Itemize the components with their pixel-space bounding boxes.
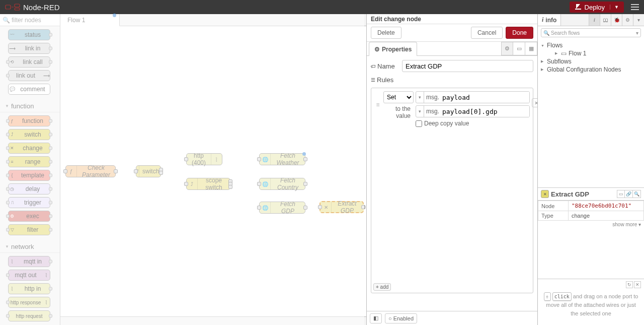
deploy-icon: [575, 4, 582, 10]
help-tip-panel: ↻ ✕ ⇧ click and drag on a node port to m…: [538, 279, 644, 325]
palette-node-http-response[interactable]: http response⦚: [8, 297, 50, 308]
info-sidebar: i info i 🕮 🐞 ⚙ ▾ 🔍 Search flows ▾ ▼Flows…: [537, 14, 644, 325]
change-node-icon: ✕: [541, 190, 549, 198]
node-description-icon[interactable]: ▦: [525, 42, 537, 55]
name-input[interactable]: [402, 60, 533, 72]
flow-icon: ▭: [561, 50, 567, 57]
rule-op-select[interactable]: Set: [383, 91, 414, 103]
toggle-enabled-icon-button[interactable]: ◧: [370, 313, 382, 323]
flow-node-scope-switch[interactable]: ⤴scope switch: [186, 178, 230, 190]
nodered-logo-icon: [5, 4, 20, 11]
node-settings-icon[interactable]: ⚙: [501, 42, 513, 55]
flow-node-fetch-weather[interactable]: 🌐Fetch Weather: [259, 153, 305, 165]
app-header: Node-RED Deploy ▼: [0, 0, 644, 14]
edit-tray: Edit change node Delete Cancel Done ⚙ Pr…: [366, 14, 537, 325]
done-button[interactable]: Done: [506, 27, 533, 39]
tree-subflows[interactable]: ▶Subflows: [541, 57, 641, 66]
chevron-down-icon[interactable]: ▾: [636, 30, 638, 36]
rule-target-input[interactable]: ▾ msg.: [416, 91, 530, 103]
tree-flows[interactable]: ▼Flows: [541, 41, 641, 49]
palette-node-filter[interactable]: ▽filter: [8, 224, 50, 235]
enabled-toggle[interactable]: ○Enabled: [385, 313, 417, 323]
deploy-button[interactable]: Deploy ▼: [570, 2, 624, 13]
deep-copy-checkbox[interactable]: [416, 120, 422, 127]
tree-flow-1[interactable]: ▶▭Flow 1: [541, 49, 641, 57]
properties-tab[interactable]: ⚙ Properties: [369, 42, 417, 56]
palette-node-exec[interactable]: ⚙exec: [8, 211, 50, 222]
node-id-value[interactable]: "88ce70e6bd01c701": [569, 201, 644, 211]
tray-title: Edit change node: [367, 14, 537, 24]
rule-source-input[interactable]: ▾ msg.: [416, 105, 530, 117]
palette-category-function[interactable]: ▼function: [0, 100, 60, 112]
palette-node-trigger[interactable]: ⎍trigger: [8, 197, 50, 208]
flow-wires: [60, 26, 211, 102]
tree-global-config[interactable]: ▶Global Configuration Nodes: [541, 66, 641, 74]
palette-filter-input[interactable]: [12, 17, 57, 24]
palette-node-status[interactable]: 〰status: [8, 29, 50, 40]
copy-node-info-button[interactable]: ▭: [617, 190, 625, 198]
help-tip-text: ⇧ click and drag on a node port to move …: [541, 288, 641, 321]
rules-container: ≡ Set to the value ▾ msg.: [371, 88, 533, 293]
info-icon: i: [542, 16, 543, 24]
tag-icon: 🏷: [371, 63, 376, 69]
search-icon: 🔍: [3, 17, 10, 24]
type-dropdown-icon[interactable]: ▾: [416, 106, 424, 117]
palette-node-mqtt-in[interactable]: ⦚mqtt in: [8, 256, 50, 267]
tab-info[interactable]: i info: [538, 14, 561, 26]
palette-node-http-request[interactable]: http request: [8, 310, 50, 321]
link-node-button[interactable]: 🔗: [625, 190, 633, 198]
find-node-button[interactable]: 🔍: [633, 190, 641, 198]
flow-node-fetch-gdp[interactable]: 🌐Fetch GDP: [259, 202, 305, 214]
delete-button[interactable]: Delete: [371, 27, 401, 39]
palette-filter[interactable]: 🔍: [0, 14, 60, 26]
node-info-table: Node"88ce70e6bd01c701" Typechange: [538, 201, 644, 221]
palette-node-link-call[interactable]: ⟲link call: [8, 56, 50, 68]
deep-copy-label: Deep copy value: [424, 120, 469, 127]
flow-node-check-parameter[interactable]: ƒCheck Parameter: [65, 165, 116, 177]
sidebar-help-icon[interactable]: 🕮: [600, 14, 611, 26]
palette-node-range[interactable]: ≡range: [8, 156, 50, 167]
refresh-tip-button[interactable]: ↻: [626, 281, 633, 288]
flow-node-http-400[interactable]: http (400)⦚: [186, 153, 222, 165]
deploy-menu-arrow[interactable]: ▼: [610, 5, 619, 10]
palette-node-link-in[interactable]: ⟶link in: [8, 43, 50, 54]
node-palette: 🔍 〰status ⟶link in ⟲link call link out⟶ …: [0, 14, 60, 325]
flow-node-extract-gdp[interactable]: ✕Extract GDP: [319, 201, 364, 213]
palette-node-mqtt-out[interactable]: mqtt out⦚: [8, 270, 50, 281]
palette-node-function[interactable]: ƒfunction: [8, 115, 50, 126]
add-rule-button[interactable]: + add: [373, 283, 391, 291]
close-tip-button[interactable]: ✕: [634, 281, 641, 288]
tab-flow-1[interactable]: Flow 1: [60, 14, 120, 26]
palette-node-template[interactable]: {template: [8, 170, 50, 181]
palette-node-link-out[interactable]: link out⟶: [8, 70, 50, 81]
name-label: Name: [377, 62, 395, 70]
palette-node-change[interactable]: ✕change: [8, 143, 50, 154]
palette-category-network[interactable]: ▼network: [0, 241, 60, 253]
rule-delete-button[interactable]: ✕: [532, 98, 537, 107]
app-name: Node-RED: [23, 3, 60, 12]
search-icon: 🔍: [543, 30, 549, 36]
palette-node-comment[interactable]: 💬comment: [8, 84, 50, 95]
sidebar-info-icon[interactable]: i: [589, 14, 600, 26]
kbd-shift-icon: ⇧: [544, 292, 551, 301]
sidebar-config-icon[interactable]: ⚙: [622, 14, 633, 26]
node-type-value: change: [569, 211, 644, 221]
node-appearance-icon[interactable]: ▭: [513, 42, 525, 55]
type-dropdown-icon[interactable]: ▾: [416, 92, 424, 103]
flow-tree: ▼Flows ▶▭Flow 1 ▶Subflows ▶Global Config…: [538, 39, 644, 76]
show-more-link[interactable]: show more ▾: [538, 221, 644, 228]
cancel-button[interactable]: Cancel: [471, 27, 503, 39]
main-menu-icon[interactable]: [631, 4, 639, 10]
palette-node-delay[interactable]: ◷delay: [8, 183, 50, 194]
flow-node-fetch-country[interactable]: 🌐Fetch Country: [259, 178, 305, 190]
app-logo: Node-RED: [5, 3, 60, 12]
rule-drag-handle[interactable]: ≡: [374, 91, 381, 108]
rules-label: Rules: [377, 76, 393, 84]
sidebar-search[interactable]: 🔍 Search flows ▾: [541, 28, 641, 37]
palette-node-switch[interactable]: ⤴switch: [8, 129, 50, 140]
flow-node-switch[interactable]: ⤴switch: [136, 165, 161, 177]
palette-node-http-in[interactable]: ⦚http in: [8, 283, 50, 294]
sidebar-debug-icon[interactable]: 🐞: [611, 14, 622, 26]
sidebar-menu-icon[interactable]: ▾: [633, 14, 644, 26]
list-icon: ☰: [371, 77, 375, 83]
